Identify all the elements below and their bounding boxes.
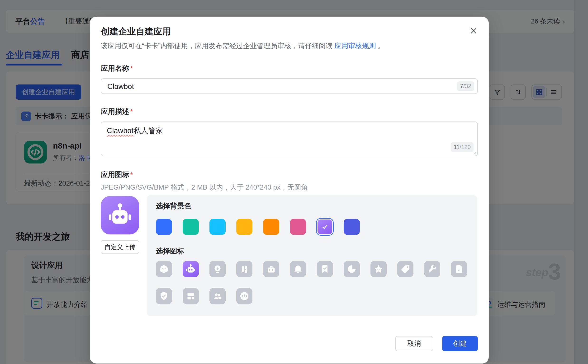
icon-picker-label: 选择图标	[156, 246, 184, 256]
review-rules-link[interactable]: 应用审核规则	[334, 42, 376, 50]
desc-field-label: 应用描述*	[101, 107, 133, 117]
icon-option-briefcase[interactable]	[263, 261, 279, 277]
app-icon-preview	[101, 196, 139, 234]
icon-option-tag[interactable]	[397, 261, 413, 277]
color-swatch-purple[interactable]	[317, 219, 333, 235]
close-button[interactable]	[468, 25, 479, 37]
custom-upload-button[interactable]: 自定义上传	[101, 240, 139, 254]
close-icon	[469, 27, 478, 35]
icon-field-label: 应用图标*	[101, 170, 133, 180]
name-field-label: 应用名称*	[101, 64, 133, 73]
create-app-modal: 创建企业自建应用 该应用仅可在“卡卡”内部使用，应用发布需经过企业管理员审核，请…	[90, 17, 489, 364]
color-swatch-row	[156, 219, 360, 235]
required-asterisk: *	[130, 171, 133, 178]
icon-grid-row-1	[156, 261, 467, 277]
color-swatch-pink[interactable]	[290, 219, 306, 235]
icon-option-pie-chart[interactable]	[344, 261, 360, 277]
app-name-value: Clawbot	[107, 82, 134, 91]
icon-option-door[interactable]	[236, 261, 252, 277]
color-swatch-blue[interactable]	[156, 219, 172, 235]
icon-option-document[interactable]	[451, 261, 467, 277]
color-swatch-yellow[interactable]	[236, 219, 252, 235]
subtitle-text: 该应用仅可在“卡卡”内部使用，应用发布需经过企业管理员审核，请仔细阅读	[101, 42, 334, 50]
icon-option-dashboard[interactable]	[183, 288, 199, 304]
icon-option-users[interactable]	[210, 288, 226, 304]
app-desc-value: Clawbot私人管家	[107, 126, 163, 136]
icon-option-shield-check[interactable]	[156, 288, 172, 304]
icon-format-hint: JPEG/PNG/SVG/BMP 格式，2 MB 以内，大于 240*240 p…	[101, 183, 308, 192]
color-swatch-green[interactable]	[183, 219, 199, 235]
icon-option-bell[interactable]	[290, 261, 306, 277]
icon-option-robot[interactable]	[183, 261, 199, 277]
icon-config-panel: 选择背景色 选择图标	[147, 195, 477, 316]
subtitle-suffix: 。	[376, 42, 384, 50]
icon-option-cube[interactable]	[156, 261, 172, 277]
icon-option-code[interactable]	[236, 288, 252, 304]
name-char-counter: 7/32	[457, 81, 474, 91]
icon-option-bookmark-check[interactable]	[317, 261, 333, 277]
bg-color-label: 选择背景色	[156, 201, 192, 211]
cancel-button[interactable]: 取消	[395, 336, 433, 351]
icon-grid-row-2	[156, 288, 252, 304]
app-desc-textarea[interactable]: Clawbot私人管家 11/120	[101, 122, 478, 156]
modal-subtitle: 该应用仅可在“卡卡”内部使用，应用发布需经过企业管理员审核，请仔细阅读 应用审核…	[101, 41, 384, 51]
check-icon	[320, 222, 329, 231]
required-asterisk: *	[130, 64, 133, 72]
confirm-create-button[interactable]: 创建	[442, 336, 478, 351]
color-swatch-cyan[interactable]	[210, 219, 226, 235]
resize-handle[interactable]	[472, 151, 477, 155]
icon-option-wrench[interactable]	[424, 261, 440, 277]
icon-option-star[interactable]	[370, 261, 387, 277]
app-name-input[interactable]: Clawbot 7/32	[101, 78, 478, 94]
desc-char-counter: 11/120	[451, 142, 474, 152]
color-swatch-indigo[interactable]	[344, 219, 360, 235]
icon-option-lightbulb[interactable]	[210, 261, 226, 277]
color-swatch-orange[interactable]	[263, 219, 279, 235]
required-asterisk: *	[130, 108, 133, 115]
modal-title: 创建企业自建应用	[101, 26, 171, 38]
